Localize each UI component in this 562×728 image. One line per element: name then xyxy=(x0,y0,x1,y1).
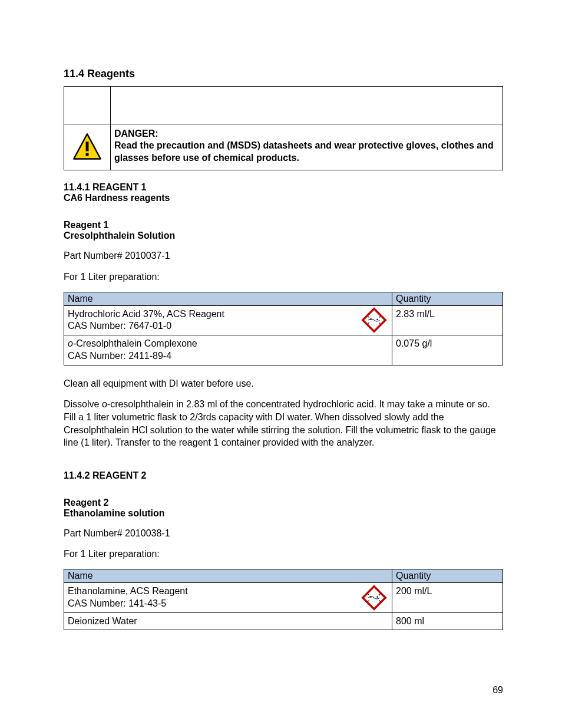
reagent1-table: Name Quantity Hydrochloric Acid 37%, ACS… xyxy=(64,292,503,365)
reagent2-section-number: 11.4.2 REAGENT 2 xyxy=(64,470,503,481)
col-header-name: Name xyxy=(64,569,392,582)
chemical-name: Deionized Water xyxy=(68,615,388,628)
table-header-row: Name Quantity xyxy=(64,292,503,305)
section-heading: 11.4 Reagents xyxy=(64,68,503,80)
table-row: Deionized Water 800 ml xyxy=(64,612,503,630)
danger-empty-icon-cell xyxy=(64,87,111,124)
col-header-name: Name xyxy=(64,292,392,305)
danger-label: DANGER: xyxy=(114,128,498,140)
svg-point-8 xyxy=(377,597,378,597)
svg-point-4 xyxy=(371,319,371,319)
document-page: 11.4 Reagents DANGER: Read the precautio… xyxy=(0,0,562,728)
cell-name: Ethanolamine, ACS Reagent CAS Number: 14… xyxy=(64,582,392,612)
cas-number: CAS Number: 141-43-5 xyxy=(68,598,388,610)
reagent1-prep-note: For 1 Liter preparation: xyxy=(64,271,503,284)
warning-triangle-icon xyxy=(72,132,103,163)
cell-name: Deionized Water xyxy=(64,612,392,630)
col-header-qty: Quantity xyxy=(392,569,503,582)
ghs-hazard-icon xyxy=(361,585,387,611)
cas-number: CAS Number: 7647-01-0 xyxy=(68,320,388,332)
reagent1-part-number: Part Number# 2010037-1 xyxy=(64,249,503,262)
reagent1-subtitle: CA6 Hardness reagents xyxy=(64,193,503,203)
chemical-name: o-Cresolphthalein Complexone xyxy=(68,338,388,350)
cell-qty: 0.075 g/l xyxy=(392,335,503,365)
svg-rect-2 xyxy=(86,153,89,156)
table-row: o-Cresolphthalein Complexone CAS Number:… xyxy=(64,335,503,365)
reagent2-name: Ethanolamine solution xyxy=(64,508,503,519)
table-row: Ethanolamine, ACS Reagent CAS Number: 14… xyxy=(64,582,503,612)
cas-number: CAS Number: 2411-89-4 xyxy=(68,350,388,363)
danger-text-cell: DANGER: Read the precaution and (MSDS) d… xyxy=(111,124,503,170)
danger-table: DANGER: Read the precaution and (MSDS) d… xyxy=(64,86,503,170)
cell-qty: 200 ml/L xyxy=(392,582,503,612)
reagent2-part-number: Part Number# 2010038-1 xyxy=(64,527,503,540)
col-header-qty: Quantity xyxy=(392,292,503,305)
cell-name: Hydrochloric Acid 37%, ACS Reagent CAS N… xyxy=(64,305,392,335)
chemical-name: Hydrochloric Acid 37%, ACS Reagent xyxy=(68,308,388,321)
reagent1-instructions-1: Clean all equipment with DI water before… xyxy=(64,377,503,390)
table-header-row: Name Quantity xyxy=(64,569,503,582)
svg-point-5 xyxy=(377,319,378,319)
chemical-name: Ethanolamine, ACS Reagent xyxy=(68,585,388,598)
cell-qty: 800 ml xyxy=(392,612,503,630)
danger-text: Read the precaution and (MSDS) datasheet… xyxy=(114,140,498,164)
table-row: Hydrochloric Acid 37%, ACS Reagent CAS N… xyxy=(64,305,503,335)
reagent1-label: Reagent 1 xyxy=(64,220,503,230)
danger-empty-text-cell xyxy=(111,87,503,124)
page-number: 69 xyxy=(492,685,503,696)
svg-rect-1 xyxy=(86,141,89,151)
reagent2-prep-note: For 1 Liter preparation: xyxy=(64,548,503,561)
reagent2-label: Reagent 2 xyxy=(64,498,503,508)
danger-icon-cell xyxy=(64,124,111,170)
reagent1-instructions-2: Dissolve o-cresolphthalein in 2.83 ml of… xyxy=(64,398,503,449)
ghs-hazard-icon xyxy=(361,307,387,333)
cell-qty: 2.83 ml/L xyxy=(392,305,503,335)
cell-name: o-Cresolphthalein Complexone CAS Number:… xyxy=(64,335,392,365)
reagent1-name: Cresolphthalein Solution xyxy=(64,230,503,241)
svg-point-7 xyxy=(371,597,371,597)
reagent2-table: Name Quantity Ethanolamine, ACS Reagent … xyxy=(64,569,503,630)
reagent1-section-number: 11.4.1 REAGENT 1 xyxy=(64,182,503,193)
